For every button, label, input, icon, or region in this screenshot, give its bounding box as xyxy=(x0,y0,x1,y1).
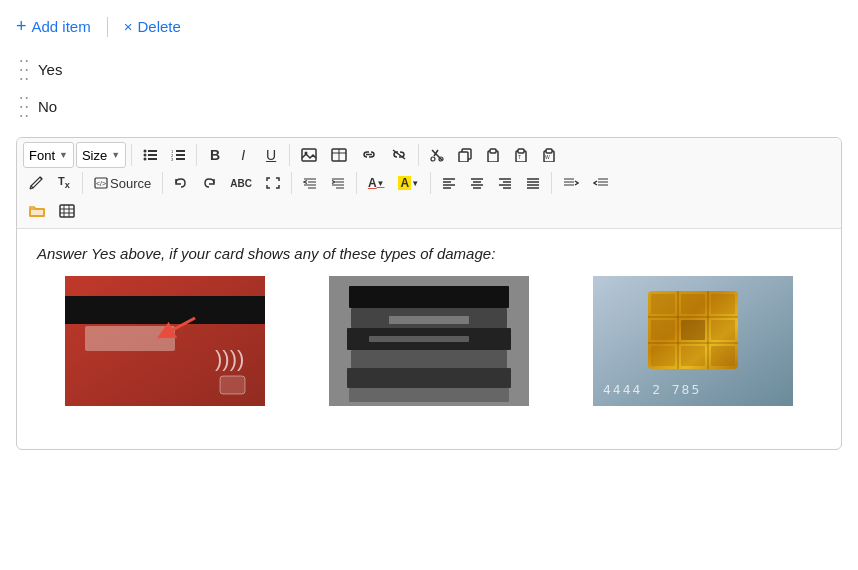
svg-point-5 xyxy=(144,158,147,161)
delete-button[interactable]: × Delete xyxy=(124,18,181,35)
svg-rect-80 xyxy=(220,376,245,394)
size-select[interactable]: Size ▼ xyxy=(76,142,126,168)
unlink-button[interactable] xyxy=(385,142,413,168)
redo-icon xyxy=(202,177,216,189)
add-item-button[interactable]: + Add item xyxy=(16,16,91,37)
svg-rect-86 xyxy=(347,368,511,388)
table-icon xyxy=(331,148,347,162)
font-color-button[interactable]: A ▼ xyxy=(362,170,391,196)
svg-rect-82 xyxy=(349,286,509,308)
align-left-button[interactable] xyxy=(436,170,462,196)
stacked-cards-svg xyxy=(301,276,557,406)
spellcheck-button[interactable]: ABC xyxy=(224,170,258,196)
table2-button[interactable] xyxy=(53,198,81,224)
font-select[interactable]: Font ▼ xyxy=(23,142,74,168)
svg-rect-70 xyxy=(60,205,74,217)
svg-rect-87 xyxy=(349,388,509,402)
ltr-icon xyxy=(563,176,579,190)
damage-images-row: )))) xyxy=(37,276,821,406)
list-item: No xyxy=(16,88,842,125)
svg-rect-2 xyxy=(148,158,157,160)
bg-color-button[interactable]: A ▼ xyxy=(392,170,425,196)
justify-button[interactable] xyxy=(520,170,546,196)
unlink-icon xyxy=(391,148,407,162)
separator-9 xyxy=(430,172,431,194)
answer-list: Yes No xyxy=(16,51,842,125)
separator-3 xyxy=(289,144,290,166)
indent-increase-icon xyxy=(331,177,345,189)
folder-button[interactable] xyxy=(23,198,51,224)
svg-text:W: W xyxy=(545,154,550,160)
svg-text:)))): )))) xyxy=(215,346,244,371)
svg-rect-96 xyxy=(651,294,675,314)
toolbar-row-2: Tx </> Source xyxy=(23,170,835,196)
paste-word-button[interactable]: W xyxy=(536,142,562,168)
paste-icon xyxy=(486,148,500,162)
paste-text-button[interactable]: T xyxy=(508,142,534,168)
svg-rect-88 xyxy=(389,316,469,324)
font-select-label: Font xyxy=(29,148,55,163)
align-center-icon xyxy=(470,177,484,189)
fullscreen-button[interactable] xyxy=(260,170,286,196)
copy-button[interactable] xyxy=(452,142,478,168)
ordered-list-button[interactable]: 1 2 3 xyxy=(165,142,191,168)
svg-rect-89 xyxy=(369,336,469,342)
ordered-list-icon: 1 2 3 xyxy=(171,149,185,161)
item-no-label: No xyxy=(38,98,57,115)
italic-icon: I xyxy=(241,147,245,163)
drag-handle-no[interactable] xyxy=(20,94,28,119)
undo-icon xyxy=(174,177,188,189)
unordered-list-icon xyxy=(143,149,157,161)
svg-rect-1 xyxy=(148,154,157,156)
separator-5 xyxy=(82,172,83,194)
image-button[interactable] xyxy=(295,142,323,168)
link-button[interactable] xyxy=(355,142,383,168)
cut-icon xyxy=(430,148,444,162)
svg-rect-7 xyxy=(176,154,185,156)
editor-content-area[interactable]: Answer Yes above, if your card shows any… xyxy=(17,229,841,449)
svg-rect-97 xyxy=(681,294,705,314)
ltr-button[interactable] xyxy=(557,170,585,196)
svg-rect-77 xyxy=(85,326,175,351)
format-clear-button[interactable]: Tx xyxy=(51,170,77,196)
plus-icon: + xyxy=(16,16,27,37)
separator-4 xyxy=(418,144,419,166)
source-button[interactable]: </> Source xyxy=(88,170,157,196)
align-center-button[interactable] xyxy=(464,170,490,196)
drag-handle-yes[interactable] xyxy=(20,57,28,82)
bold-icon: B xyxy=(210,147,220,163)
paste-button[interactable] xyxy=(480,142,506,168)
unordered-list-button[interactable] xyxy=(137,142,163,168)
align-left-icon xyxy=(442,177,456,189)
separator-7 xyxy=(291,172,292,194)
svg-point-3 xyxy=(144,150,147,153)
x-icon: × xyxy=(124,18,133,35)
pencil-icon xyxy=(29,176,43,190)
folder-icon xyxy=(29,204,45,218)
svg-rect-85 xyxy=(351,350,507,368)
svg-rect-6 xyxy=(176,150,185,152)
svg-text:3: 3 xyxy=(171,157,174,161)
table-button[interactable] xyxy=(325,142,353,168)
italic-button[interactable]: I xyxy=(230,142,256,168)
align-right-icon xyxy=(498,177,512,189)
link-icon xyxy=(361,148,377,162)
svg-rect-103 xyxy=(681,346,705,366)
redo-button[interactable] xyxy=(196,170,222,196)
indent-decrease-button[interactable] xyxy=(297,170,323,196)
format-clear-icon: Tx xyxy=(58,175,70,190)
cut-button[interactable] xyxy=(424,142,450,168)
indent-increase-button[interactable] xyxy=(325,170,351,196)
svg-rect-99 xyxy=(651,320,675,340)
svg-rect-28 xyxy=(518,149,524,153)
svg-text:</>: </> xyxy=(96,180,106,187)
fullscreen-icon xyxy=(266,177,280,189)
undo-button[interactable] xyxy=(168,170,194,196)
rtl-button[interactable] xyxy=(587,170,615,196)
align-right-button[interactable] xyxy=(492,170,518,196)
pencil-button[interactable] xyxy=(23,170,49,196)
separator-2 xyxy=(196,144,197,166)
bold-button[interactable]: B xyxy=(202,142,228,168)
underline-button[interactable]: U xyxy=(258,142,284,168)
indent-decrease-icon xyxy=(303,177,317,189)
